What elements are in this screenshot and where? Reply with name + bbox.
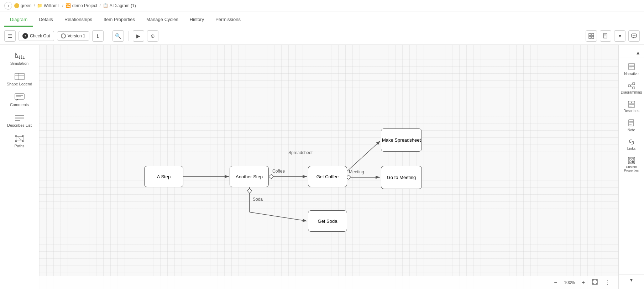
info-button[interactable]: ℹ	[92, 30, 104, 42]
zoom-out-button[interactable]: −	[552, 279, 559, 287]
right-panel-diagramming[interactable]: Diagramming	[619, 79, 644, 97]
right-panel-note[interactable]: Note	[619, 116, 644, 135]
dropdown-icon: ▾	[619, 33, 621, 39]
svg-rect-61	[628, 85, 630, 87]
scroll-up-button[interactable]: ▲	[635, 49, 641, 56]
describes-icon	[628, 101, 635, 108]
tab-bar: Diagram Details Relationships Item Prope…	[0, 11, 644, 27]
scroll-down-button[interactable]: ▼	[628, 276, 635, 283]
breadcrumb-folder[interactable]: 📁 WilliamL	[37, 3, 60, 8]
right-panel-describes[interactable]: Describes	[619, 98, 644, 116]
svg-marker-41	[269, 174, 274, 179]
user-icon	[14, 3, 19, 8]
tab-permissions[interactable]: Permissions	[210, 13, 246, 27]
edge-label-meeting: Meeting	[349, 169, 364, 174]
left-panel-comments[interactable]: Comments	[4, 90, 36, 110]
back-button[interactable]: ‹	[4, 2, 12, 10]
canvas-area[interactable]: A Step Another Step Get Coffee Make Spre…	[39, 45, 618, 289]
grid-icon	[588, 33, 594, 39]
simulation-icon	[15, 52, 25, 60]
node-a-step[interactable]: A Step	[144, 166, 183, 187]
right-panel-custom-properties[interactable]: Custom Properties	[619, 154, 644, 175]
left-panel-describes-list[interactable]: Describes List	[4, 111, 36, 130]
breadcrumb-diagram[interactable]: 📋 A Diagram (1)	[103, 3, 136, 8]
version-button[interactable]: Version 1	[57, 31, 89, 41]
right-panel-links[interactable]: Links	[619, 136, 644, 153]
svg-line-65	[630, 86, 633, 88]
node-another-step[interactable]: Another Step	[230, 166, 269, 187]
doc-icon	[603, 33, 608, 39]
chat-button[interactable]	[628, 30, 640, 42]
svg-line-35	[17, 137, 22, 141]
left-panel-paths[interactable]: Paths	[4, 132, 36, 151]
toolbar-separator-1	[108, 31, 108, 41]
search-icon: 🔍	[115, 33, 121, 39]
play-button[interactable]: ▶	[133, 30, 144, 42]
svg-rect-76	[628, 157, 635, 164]
right-panel: ▲ Narrative Diagramming	[618, 45, 644, 289]
focus-icon: ⊙	[151, 33, 155, 39]
svg-rect-17	[15, 73, 24, 80]
svg-line-64	[630, 84, 633, 86]
breadcrumb-sep-2: /	[62, 3, 63, 8]
version-icon	[61, 33, 66, 38]
describes-list-icon	[15, 114, 25, 122]
svg-point-29	[15, 140, 17, 142]
project-icon: 🔀	[66, 3, 71, 8]
tab-diagram[interactable]: Diagram	[4, 13, 33, 27]
svg-rect-79	[629, 161, 631, 163]
tab-item-properties[interactable]: Item Properties	[98, 13, 141, 27]
right-panel-narrative[interactable]: Narrative	[619, 60, 644, 79]
tab-manage-cycles[interactable]: Manage Cycles	[141, 13, 184, 27]
main-layout: Simulation Shape Legend Comments	[0, 45, 644, 289]
edge-label-spreadsheet: Spreadsheet	[288, 150, 313, 155]
svg-rect-20	[15, 94, 24, 99]
search-button[interactable]: 🔍	[112, 30, 124, 42]
bottom-bar: − 100% + ⋮	[39, 276, 618, 289]
svg-rect-63	[633, 87, 635, 89]
node-make-spreadsheet[interactable]: Make Spreadsheet	[381, 128, 422, 152]
doc-button[interactable]	[600, 30, 611, 42]
edge-label-soda: Soda	[253, 197, 263, 202]
menu-icon: ☰	[8, 33, 12, 39]
toolbar: ☰ ● Check Out Version 1 ℹ 🔍 ▶ ⊙	[0, 27, 644, 45]
folder-icon: 📁	[37, 3, 42, 8]
node-go-to-meeting[interactable]: Go to Meeting	[381, 166, 422, 189]
focus-button[interactable]: ⊙	[147, 30, 158, 42]
tab-relationships[interactable]: Relationships	[59, 13, 98, 27]
svg-marker-10	[16, 53, 18, 58]
menu-button[interactable]: ☰	[4, 30, 16, 42]
tab-history[interactable]: History	[184, 13, 210, 27]
info-icon: ℹ	[97, 33, 99, 39]
grid-button[interactable]	[586, 30, 597, 42]
checkout-button[interactable]: ● Check Out	[19, 31, 54, 41]
node-get-soda[interactable]: Get Soda	[308, 210, 347, 232]
tab-details[interactable]: Details	[33, 13, 59, 27]
left-panel-simulation[interactable]: Simulation	[4, 49, 36, 68]
custom-properties-icon	[628, 157, 635, 164]
checkout-icon: ●	[22, 33, 28, 39]
left-panel-shape-legend[interactable]: Shape Legend	[4, 70, 36, 89]
diagramming-icon	[628, 82, 635, 89]
breadcrumb: ‹ green / 📁 WilliamL / 🔀 demo Project / …	[0, 0, 644, 11]
breadcrumb-project[interactable]: 🔀 demo Project	[66, 3, 98, 8]
edge-label-coffee: Coffee	[272, 169, 285, 174]
left-panel: Simulation Shape Legend Comments	[0, 45, 39, 289]
svg-rect-0	[589, 33, 591, 36]
dropdown-button[interactable]: ▾	[614, 30, 625, 42]
toolbar-separator-2	[128, 31, 129, 41]
svg-rect-3	[592, 36, 594, 38]
zoom-in-button[interactable]: +	[580, 279, 587, 287]
links-icon	[628, 138, 635, 146]
play-icon: ▶	[136, 33, 140, 39]
svg-point-11	[19, 58, 20, 59]
right-panel-bottom: ▼	[619, 274, 644, 285]
more-button[interactable]: ⋮	[603, 279, 613, 287]
breadcrumb-user[interactable]: green	[14, 3, 32, 8]
svg-rect-78	[632, 158, 634, 160]
svg-point-12	[21, 58, 22, 59]
svg-rect-1	[592, 33, 594, 36]
svg-rect-48	[592, 279, 597, 284]
fit-button[interactable]	[590, 278, 600, 287]
node-get-coffee[interactable]: Get Coffee	[308, 166, 347, 187]
